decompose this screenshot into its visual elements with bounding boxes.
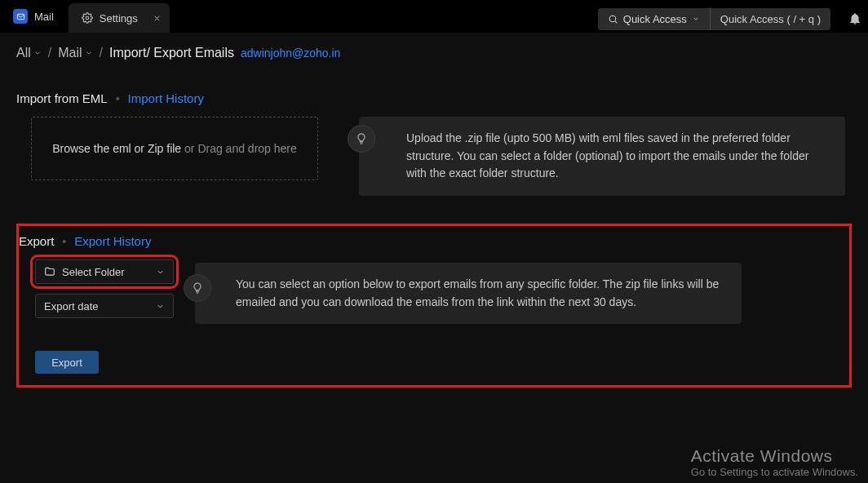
watermark-title: Activate Windows xyxy=(691,446,858,466)
import-history-link[interactable]: Import History xyxy=(128,91,204,105)
mail-icon xyxy=(13,9,28,24)
page-title: Import/ Export Emails xyxy=(109,46,234,60)
chevron-down-icon xyxy=(33,49,42,57)
import-tip-box: Upload the .zip file (upto 500 MB) with … xyxy=(359,117,845,196)
breadcrumb-separator: / xyxy=(100,46,103,60)
breadcrumb-all[interactable]: All xyxy=(16,46,42,60)
notifications-button[interactable] xyxy=(842,5,868,33)
dropzone-rest-label: or Drag and drop here xyxy=(181,142,297,155)
breadcrumb: All / Mail / Import/ Export Emails adwin… xyxy=(0,33,868,69)
chevron-down-icon xyxy=(156,302,165,311)
select-folder-label: Select Folder xyxy=(62,266,125,278)
breadcrumb-mail[interactable]: Mail xyxy=(58,46,92,60)
quick-access-shortcut[interactable]: Quick Access ( / + q ) xyxy=(710,8,830,30)
close-icon[interactable] xyxy=(153,14,162,23)
svg-point-1 xyxy=(86,16,89,20)
watermark-subtitle: Go to Settings to activate Windows. xyxy=(691,466,858,478)
gear-icon xyxy=(82,12,93,24)
chevron-down-icon xyxy=(156,268,165,277)
tab-settings-label: Settings xyxy=(100,12,138,24)
export-date-label: Export date xyxy=(44,300,99,312)
account-email-link[interactable]: adwinjohn@zoho.in xyxy=(241,47,340,60)
chevron-down-icon xyxy=(85,49,93,57)
bell-icon xyxy=(848,12,861,25)
windows-activation-watermark: Activate Windows Go to Settings to activ… xyxy=(691,446,858,478)
import-tip-text: Upload the .zip file (upto 500 MB) with … xyxy=(406,131,808,179)
tab-mail-label: Mail xyxy=(34,11,54,23)
tab-mail[interactable]: Mail xyxy=(0,0,67,33)
export-label: Export xyxy=(19,234,54,248)
quick-access-bar: Quick Access Quick Access ( / + q ) xyxy=(598,0,830,33)
export-tip-box: You can select an option below to export… xyxy=(195,263,742,324)
quick-access-button[interactable]: Quick Access xyxy=(598,8,710,30)
breadcrumb-mail-label: Mail xyxy=(58,46,82,60)
import-dropzone[interactable]: Browse the eml or Zip file or Drag and d… xyxy=(31,117,318,180)
breadcrumb-all-label: All xyxy=(16,46,31,60)
export-date-dropdown[interactable]: Export date xyxy=(35,294,174,318)
lightbulb-icon xyxy=(184,274,211,302)
search-icon xyxy=(608,14,618,24)
breadcrumb-separator: / xyxy=(48,46,51,60)
quick-access-left-label: Quick Access xyxy=(623,13,687,25)
svg-point-2 xyxy=(609,16,616,22)
export-highlight-box: Export • Export History Select Folder Ex… xyxy=(16,224,852,388)
tab-settings[interactable]: Settings xyxy=(69,3,170,33)
import-section-header: Import from EML • Import History xyxy=(16,91,852,105)
lightbulb-icon xyxy=(348,125,375,153)
import-from-eml-label: Import from EML xyxy=(16,91,108,105)
dropzone-browse-label: Browse the eml or Zip file xyxy=(52,142,181,155)
export-section-header: Export • Export History xyxy=(19,234,839,248)
separator-dot: • xyxy=(62,235,66,248)
tab-bar: Mail Settings Quick Access Quick Access … xyxy=(0,0,868,33)
quick-access-right-label: Quick Access ( / + q ) xyxy=(720,13,821,25)
folder-icon xyxy=(44,266,55,277)
separator-dot: • xyxy=(116,92,120,105)
chevron-down-icon xyxy=(692,15,700,23)
export-tip-text: You can select an option below to export… xyxy=(236,277,719,308)
export-button[interactable]: Export xyxy=(35,351,99,374)
select-folder-dropdown[interactable]: Select Folder xyxy=(35,259,174,284)
export-history-link[interactable]: Export History xyxy=(74,234,151,248)
